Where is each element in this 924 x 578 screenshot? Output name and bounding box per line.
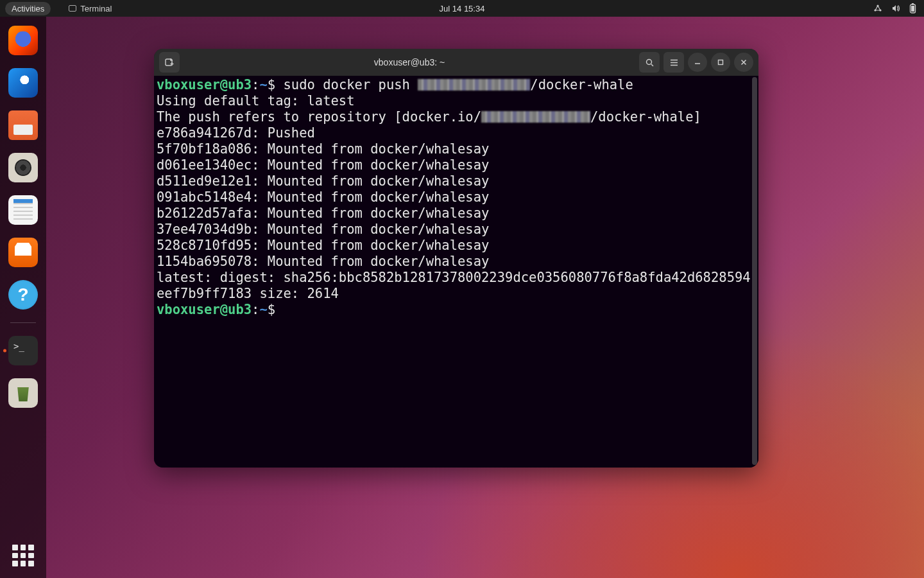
prompt-sep: :: [252, 77, 259, 92]
prompt-dollar-2: $: [268, 302, 284, 317]
svg-rect-10: [719, 60, 723, 65]
volume-icon: [891, 4, 900, 13]
out-line-6: 091abc5148e4: Mounted from docker/whales…: [157, 189, 489, 205]
terminal-titlebar[interactable]: vboxuser@ub3: ~: [154, 49, 758, 76]
svg-rect-5: [911, 6, 914, 12]
prompt-user-2: vboxuser@ub3: [157, 302, 252, 317]
active-app-name: Terminal: [80, 4, 112, 13]
firefox-icon[interactable]: [8, 26, 38, 55]
redacted-username: [418, 79, 530, 91]
terminal-window: vboxuser@ub3: ~ vboxuser@ub3:~$ sudo doc…: [154, 49, 758, 468]
new-tab-button[interactable]: [159, 52, 180, 73]
out-line-3: 5f70bf18a086: Mounted from docker/whales…: [157, 141, 489, 157]
network-icon: [873, 4, 882, 13]
redacted-repo: [481, 111, 590, 123]
prompt-path: ~: [259, 77, 267, 92]
search-button[interactable]: [639, 52, 660, 73]
close-button[interactable]: [734, 53, 753, 72]
top-bar: Activities Terminal Jul 14 15:34: [0, 0, 924, 17]
show-applications-button[interactable]: [12, 545, 34, 566]
system-status-area[interactable]: [873, 3, 916, 13]
out-line-2: e786a941267d: Pushed: [157, 125, 315, 141]
active-app-indicator[interactable]: Terminal: [69, 4, 112, 13]
help-icon[interactable]: ?: [8, 280, 38, 310]
prompt-path-2: ~: [259, 302, 267, 317]
terminal-scrollbar[interactable]: [752, 77, 757, 465]
prompt-dollar: $: [268, 77, 284, 92]
terminal-window-icon: [69, 5, 76, 12]
command-post: /docker-whale: [530, 77, 633, 92]
libreoffice-writer-icon[interactable]: [8, 195, 38, 225]
out-line-5: d511ed9e12e1: Mounted from docker/whales…: [157, 173, 489, 189]
activities-button[interactable]: Activities: [5, 2, 51, 15]
clock[interactable]: Jul 14 15:34: [440, 4, 485, 13]
svg-line-8: [651, 64, 653, 66]
maximize-button[interactable]: [711, 53, 730, 72]
svg-point-7: [646, 59, 651, 64]
command-pre: sudo docker push: [283, 77, 418, 92]
out-line-1a: The push refers to repository [docker.io…: [157, 109, 481, 125]
battery-icon: [909, 3, 916, 13]
trash-icon[interactable]: [8, 378, 38, 408]
out-line-7: b26122d57afa: Mounted from docker/whales…: [157, 206, 489, 221]
dock-separator: [10, 322, 36, 323]
minimize-button[interactable]: [688, 53, 707, 72]
hamburger-menu-button[interactable]: [663, 52, 684, 73]
prompt-sep-2: :: [252, 302, 259, 317]
prompt-user: vboxuser@ub3: [157, 77, 252, 92]
rhythmbox-icon[interactable]: [8, 153, 38, 182]
out-line-1b: /docker-whale]: [590, 109, 701, 125]
terminal-output[interactable]: vboxuser@ub3:~$ sudo docker push /docker…: [154, 76, 758, 468]
out-line-0: Using default tag: latest: [157, 93, 355, 109]
thunderbird-icon[interactable]: [8, 68, 38, 98]
files-icon[interactable]: [8, 110, 38, 140]
out-line-8: 37ee47034d9b: Mounted from docker/whales…: [157, 222, 489, 237]
svg-rect-4: [912, 3, 914, 4]
out-line-11: latest: digest: sha256:bbc8582b128173780…: [157, 270, 751, 301]
out-line-10: 1154ba695078: Mounted from docker/whales…: [157, 254, 489, 269]
dock: ?: [0, 17, 46, 578]
terminal-launcher-icon[interactable]: [8, 336, 38, 365]
out-line-9: 528c8710fd95: Mounted from docker/whales…: [157, 238, 489, 253]
ubuntu-software-icon[interactable]: [8, 238, 38, 267]
out-line-4: d061ee1340ec: Mounted from docker/whales…: [157, 157, 489, 173]
terminal-title: vboxuser@ub3: ~: [184, 57, 635, 67]
